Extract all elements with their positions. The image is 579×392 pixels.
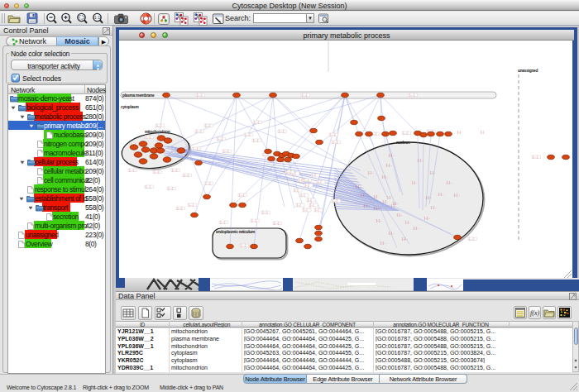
svg-text:[.....]: [.....] (189, 203, 194, 207)
svg-text:[.....]: [.....] (168, 187, 173, 190)
svg-text:[.....]: [.....] (253, 139, 258, 142)
svg-text:[..] ..: [..] .. (380, 241, 386, 245)
svg-text:[..] ..: [..] .. (364, 204, 370, 208)
svg-text:[..] ..: [..] .. (376, 219, 382, 222)
svg-text:[.....]: [.....] (302, 93, 307, 97)
svg-text:[..].: [..]. (374, 195, 378, 198)
svg-text:[..] ..: [..] .. (402, 237, 408, 241)
svg-text:[..] ..: [..] .. (431, 206, 437, 209)
svg-text:[.....]: [.....] (533, 155, 538, 159)
svg-text:[..] ..: [..] .. (438, 193, 444, 196)
svg-text:nucleus: nucleus (396, 141, 410, 145)
svg-text:[.....]: [.....] (177, 207, 182, 210)
svg-text:[.....]: [.....] (469, 237, 474, 241)
svg-text:[.....]: [.....] (205, 124, 210, 127)
svg-text:1:1: 1:1 (94, 15, 100, 20)
svg-text:[.....]: [.....] (254, 121, 259, 124)
svg-text:[.....]: [.....] (286, 170, 291, 174)
svg-text:[.....]: [.....] (184, 174, 189, 177)
svg-text:[...]: [...] (301, 194, 305, 197)
svg-text:[...]: [...] (308, 198, 312, 202)
svg-text:[..] ..: [..] .. (426, 196, 432, 199)
svg-text:[..] ..: [..] .. (414, 227, 419, 230)
svg-text:[...]: [...] (305, 184, 309, 187)
svg-text:[..] ..: [..] .. (361, 194, 366, 197)
svg-text:cytoplasm: cytoplasm (121, 105, 138, 109)
svg-text:[...]: [...] (304, 208, 308, 212)
svg-text:[..] ..: [..] .. (393, 202, 399, 205)
svg-text:[..] ..: [..] .. (374, 207, 380, 210)
svg-text:[..] ..: [..] .. (382, 175, 388, 179)
svg-text:[.....]: [.....] (333, 141, 337, 144)
svg-text:[.....]: [.....] (223, 150, 228, 153)
svg-text:[.....]: [.....] (154, 170, 159, 174)
svg-text:[..] ..: [..] .. (405, 221, 411, 224)
svg-text:plasma membrane: plasma membrane (122, 93, 155, 98)
svg-text:[...]: [...] (312, 174, 316, 177)
svg-text:[..].: [..]. (481, 131, 485, 134)
svg-text:[.....]: [.....] (146, 136, 151, 139)
svg-text:[..].: [..]. (387, 196, 391, 199)
svg-text:[..] ..: [..] .. (368, 171, 374, 174)
svg-text:[.....]: [.....] (304, 179, 309, 182)
svg-text:[.....]: [.....] (409, 93, 414, 97)
svg-text:[..] ..: [..] .. (389, 154, 395, 157)
svg-text:[.....]: [.....] (333, 199, 337, 203)
svg-text:f(x): f(x) (530, 309, 539, 317)
svg-text:[.....]: [.....] (205, 182, 210, 185)
svg-text:unassigned: unassigned (518, 69, 538, 73)
svg-text:[..] ..: [..] .. (447, 181, 452, 184)
svg-text:[.....]: [.....] (172, 169, 177, 172)
svg-text:[..] ..: [..] .. (454, 194, 460, 197)
svg-text:[.....]: [.....] (196, 130, 201, 133)
svg-text:[..] ..: [..] .. (386, 164, 392, 167)
svg-text:[.....]: [.....] (403, 131, 408, 135)
svg-text:[.....]: [.....] (330, 133, 335, 136)
svg-text:[.....]: [.....] (251, 219, 256, 222)
svg-text:[.....]: [.....] (156, 124, 161, 127)
svg-text:endoplasmic reticulum: endoplasmic reticulum (216, 230, 255, 234)
svg-text:[.....]: [.....] (241, 244, 246, 247)
svg-text:[...]: [...] (294, 189, 299, 192)
svg-text:[...]: [...] (315, 208, 319, 212)
svg-text:[..] ..: [..] .. (424, 217, 430, 220)
svg-text:mitochondrion: mitochondrion (145, 130, 170, 134)
svg-text:[..] ..: [..] .. (430, 171, 436, 174)
svg-text:[.....]: [.....] (279, 130, 284, 133)
svg-text:[...]: [...] (310, 203, 314, 207)
svg-text:[.....]: [.....] (274, 222, 279, 225)
svg-text:[..] ..: [..] .. (389, 232, 395, 235)
svg-text:[.....]: [.....] (245, 133, 250, 136)
svg-text:[..].: [..]. (383, 200, 387, 203)
svg-text:[.....]: [.....] (239, 194, 244, 197)
svg-text:[..] ..: [..] .. (418, 159, 423, 162)
svg-text:[...]: [...] (299, 179, 303, 182)
svg-text:[.....]: [.....] (146, 185, 151, 189)
svg-text:[.....]: [.....] (220, 221, 225, 224)
svg-text:[..] ..: [..] .. (397, 213, 403, 217)
svg-text:[...]: [...] (318, 180, 322, 184)
svg-text:[.....]: [.....] (218, 137, 223, 141)
svg-text:[...]: [...] (297, 203, 301, 207)
svg-text:[.....]: [.....] (193, 147, 198, 151)
svg-text:[..] ..: [..] .. (356, 185, 361, 189)
svg-text:[.....]: [.....] (197, 93, 202, 97)
svg-text:[..] ..: [..] .. (412, 181, 418, 184)
svg-text:[..].: [..]. (457, 131, 462, 134)
svg-text:[.....]: [.....] (262, 211, 267, 214)
svg-text:[.....]: [.....] (129, 169, 134, 172)
